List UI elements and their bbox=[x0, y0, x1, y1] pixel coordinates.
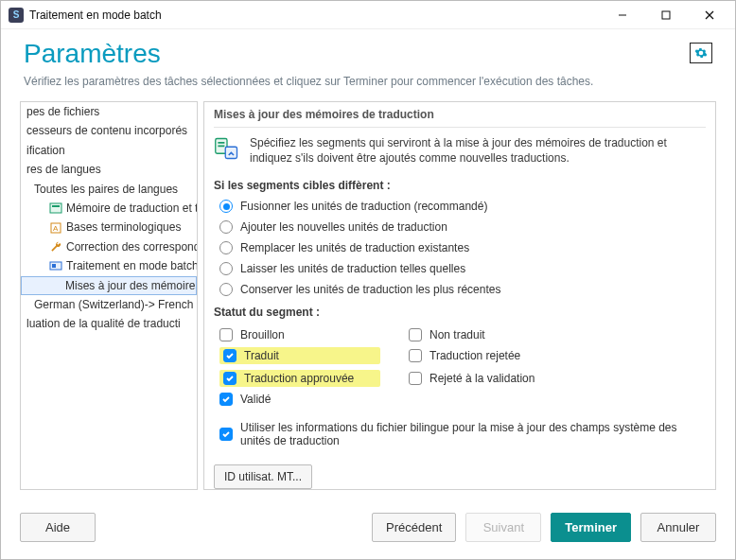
tb-icon: A bbox=[49, 221, 62, 235]
status-check-row[interactable]: Rejeté à la validation bbox=[409, 370, 598, 387]
minimize-button[interactable] bbox=[601, 1, 644, 29]
page-subtitle: Vérifiez les paramètres des tâches sélec… bbox=[1, 75, 735, 101]
status-label: Traduction approuvée bbox=[244, 372, 354, 385]
sidebar-item-label: cesseurs de contenu incorporés bbox=[26, 124, 187, 137]
finish-button[interactable]: Terminer bbox=[551, 513, 631, 542]
radio-input[interactable] bbox=[219, 262, 233, 275]
status-check-row[interactable]: Validé bbox=[219, 393, 380, 406]
tm-icon bbox=[49, 201, 62, 215]
batch-icon bbox=[49, 259, 62, 272]
mt-user-id-button[interactable]: ID utilisat. MT... bbox=[214, 464, 312, 489]
sidebar-item[interactable]: Mémoire de traduction et t bbox=[21, 199, 197, 218]
status-checkbox[interactable] bbox=[409, 328, 422, 341]
radio-label: Laisser les unités de traduction telles … bbox=[240, 262, 465, 275]
status-check-row[interactable]: Traduction rejetée bbox=[409, 347, 598, 364]
sidebar-item-label: pes de fichiers bbox=[26, 105, 99, 118]
svg-rect-4 bbox=[50, 203, 61, 213]
radio-option[interactable]: Ajouter les nouvelles unités de traducti… bbox=[219, 220, 706, 234]
status-checkbox[interactable] bbox=[409, 372, 422, 385]
radio-label: Remplacer les unités de traduction exist… bbox=[240, 241, 469, 254]
svg-line-2 bbox=[706, 11, 713, 19]
maximize-button[interactable] bbox=[644, 1, 688, 29]
status-check-row[interactable]: Traduit bbox=[219, 347, 380, 364]
diff-action-radios: Fusionner les unités de traduction (reco… bbox=[214, 200, 706, 296]
settings-gear-button[interactable] bbox=[690, 43, 712, 63]
sidebar-item[interactable]: ification bbox=[21, 141, 197, 160]
page-header: Paramètres bbox=[1, 29, 735, 75]
previous-button[interactable]: Précédent bbox=[372, 513, 456, 542]
radio-option[interactable]: Conserver les unités de traduction les p… bbox=[219, 283, 706, 296]
bilingual-info-check-row: Utiliser les informations du fichier bil… bbox=[219, 421, 706, 447]
cancel-button[interactable]: Annuler bbox=[640, 513, 716, 542]
gear-icon bbox=[694, 46, 708, 60]
settings-panel: Mises à jour des mémoires de traduction … bbox=[203, 101, 716, 490]
radio-group-label: Si les segments cibles diffèrent : bbox=[214, 179, 706, 192]
sidebar-tree[interactable]: pes de fichierscesseurs de contenu incor… bbox=[20, 101, 198, 490]
radio-option[interactable]: Laisser les unités de traduction telles … bbox=[219, 262, 706, 275]
radio-option[interactable]: Fusionner les unités de traduction (reco… bbox=[219, 200, 706, 213]
sidebar-item-label: Mises à jour des mémoires bbox=[65, 279, 197, 292]
wizard-footer: Aide Précédent Suivant Terminer Annuler bbox=[1, 499, 735, 559]
radio-input[interactable] bbox=[219, 200, 233, 213]
sidebar-item[interactable]: ABases terminologiques bbox=[21, 218, 197, 236]
window-title: Traitement en mode batch bbox=[29, 9, 601, 22]
sidebar-item[interactable]: res de langues bbox=[21, 160, 197, 179]
titlebar: S Traitement en mode batch bbox=[1, 1, 735, 29]
app-icon: S bbox=[9, 8, 24, 23]
sidebar-item[interactable]: pes de fichiers bbox=[21, 102, 197, 121]
radio-label: Fusionner les unités de traduction (reco… bbox=[240, 200, 487, 213]
status-label: Non traduit bbox=[429, 328, 485, 341]
sidebar-item[interactable]: Correction des correspond bbox=[21, 237, 197, 256]
svg-text:A: A bbox=[53, 224, 59, 233]
radio-label: Conserver les unités de traduction les p… bbox=[240, 283, 500, 296]
status-label: Rejeté à la validation bbox=[429, 372, 534, 385]
sidebar-item-label: German (Switzerland)-> French bbox=[34, 298, 193, 311]
sidebar-item[interactable]: Mises à jour des mémoires bbox=[21, 276, 197, 295]
radio-option[interactable]: Remplacer les unités de traduction exist… bbox=[219, 241, 706, 254]
main-split: pes de fichierscesseurs de contenu incor… bbox=[1, 101, 735, 499]
status-group-label: Statut du segment : bbox=[214, 306, 706, 319]
sidebar-item-label: Toutes les paires de langues bbox=[34, 183, 178, 196]
radio-input[interactable] bbox=[219, 283, 233, 296]
status-label: Validé bbox=[240, 393, 271, 406]
close-button[interactable] bbox=[688, 1, 731, 29]
sidebar-item[interactable]: German (Switzerland)-> French bbox=[21, 295, 197, 314]
status-check-row[interactable]: Brouillon bbox=[219, 328, 380, 341]
intro-text: Spécifiez les segments qui serviront à l… bbox=[250, 135, 706, 166]
svg-rect-11 bbox=[218, 142, 224, 144]
status-checkbox[interactable] bbox=[223, 372, 237, 385]
status-checkbox[interactable] bbox=[223, 349, 237, 362]
sidebar-item-label: ification bbox=[26, 144, 65, 157]
section-title: Mises à jour des mémoires de traduction bbox=[214, 108, 706, 128]
memory-update-icon bbox=[214, 135, 240, 162]
radio-input[interactable] bbox=[219, 241, 233, 254]
status-check-row[interactable]: Traduction approuvée bbox=[219, 370, 380, 387]
sidebar-item-label: Traitement en mode batch bbox=[66, 259, 197, 272]
bilingual-info-label: Utiliser les informations du fichier bil… bbox=[240, 421, 706, 447]
page-title: Paramètres bbox=[24, 39, 690, 69]
sidebar-item[interactable]: Traitement en mode batch bbox=[21, 256, 197, 275]
status-checkbox[interactable] bbox=[409, 349, 422, 362]
sidebar-item[interactable]: cesseurs de contenu incorporés bbox=[21, 121, 197, 140]
status-check-row[interactable]: Non traduit bbox=[409, 328, 598, 341]
status-checkbox[interactable] bbox=[219, 393, 233, 406]
segment-status-checkboxes: BrouillonNon traduitTraduitTraduction re… bbox=[219, 326, 706, 408]
app-window: S Traitement en mode batch Paramètres Vé… bbox=[0, 0, 736, 560]
sidebar-item-label: Mémoire de traduction et t bbox=[66, 201, 197, 215]
svg-rect-1 bbox=[662, 11, 670, 19]
bilingual-info-checkbox[interactable] bbox=[219, 428, 233, 441]
radio-label: Ajouter les nouvelles unités de traducti… bbox=[240, 220, 447, 234]
sidebar-item-label: res de langues bbox=[26, 163, 101, 176]
radio-input[interactable] bbox=[219, 220, 233, 234]
status-checkbox[interactable] bbox=[219, 328, 233, 341]
svg-rect-9 bbox=[52, 264, 56, 268]
help-button[interactable]: Aide bbox=[20, 513, 96, 542]
sidebar-item[interactable]: Toutes les paires de langues bbox=[21, 180, 197, 199]
sidebar-item-label: Bases terminologiques bbox=[66, 220, 181, 234]
svg-line-3 bbox=[706, 11, 713, 19]
svg-rect-12 bbox=[218, 146, 224, 148]
status-label: Traduction rejetée bbox=[429, 349, 520, 362]
sidebar-item[interactable]: luation de la qualité de traducti bbox=[21, 314, 197, 333]
svg-rect-5 bbox=[52, 205, 60, 207]
intro-row: Spécifiez les segments qui serviront à l… bbox=[214, 135, 706, 166]
